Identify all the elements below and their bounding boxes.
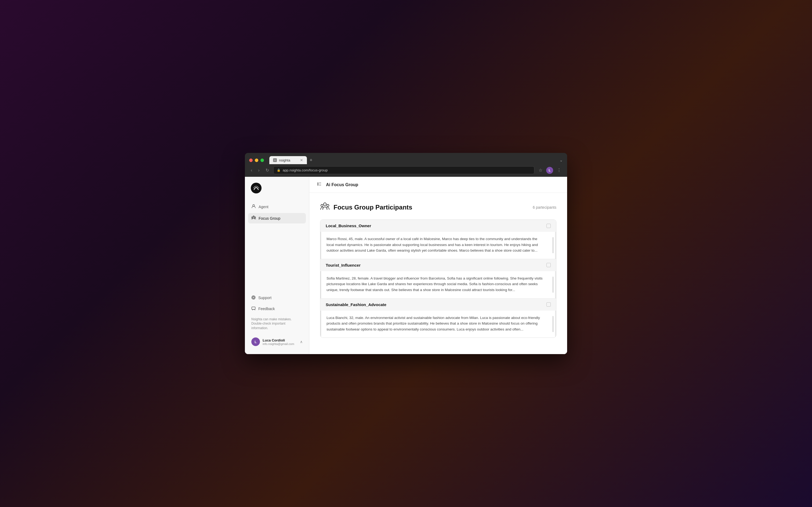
url-text: app.nsighta.com/focus-group [283,168,328,172]
participant-2-header[interactable]: Tourist_Influencer [320,259,556,271]
back-button[interactable]: ‹ [249,167,254,174]
scroll-indicator [553,237,553,253]
menu-button[interactable]: ⋮ [555,167,563,174]
tab-close-icon[interactable]: ✕ [300,158,303,162]
svg-point-17 [323,203,326,206]
svg-point-3 [253,216,254,217]
user-avatar: L [251,337,260,346]
lock-icon: 🔒 [277,168,281,172]
user-chevron-icon: ∧ [300,340,303,344]
minimize-button[interactable] [255,159,258,162]
user-email: info.nsighta@gmail.com [263,342,297,345]
sidebar-user[interactable]: L Luca Cordioli info.nsighta@gmail.com ∧ [248,335,306,349]
sidebar-item-focus-group-label: Focus Group [259,216,280,221]
bookmark-button[interactable]: ☆ [537,167,544,174]
participant-2-name: Tourist_Influencer [326,263,361,268]
svg-rect-16 [319,185,321,186]
user-name: Luca Cordioli [263,338,297,342]
svg-point-19 [327,205,329,207]
svg-rect-12 [252,307,255,309]
active-tab[interactable]: n nsighta ✕ [269,156,307,164]
participant-1-checkbox[interactable] [547,224,551,228]
svg-rect-14 [319,182,321,183]
sidebar-item-feedback[interactable]: Feedback [248,304,306,314]
svg-point-18 [321,205,323,207]
participant-2-description: Sofia Martinez, 28, female. A travel blo… [326,276,551,293]
participant-2-body: Sofia Martinez, 28, female. A travel blo… [320,271,556,298]
participants-list: Local_Business_Owner Marco Rossi, 45, ma… [320,219,556,338]
participant-3-body: Luca Bianchi, 32, male. An environmental… [320,311,556,338]
svg-rect-15 [319,184,321,184]
sidebar-item-focus-group[interactable]: Focus Group [248,213,306,223]
sidebar-item-agent-label: Agent [259,205,268,209]
browser-toolbar: ‹ › ↻ 🔒 app.nsighta.com/focus-group ☆ L … [245,164,567,177]
sidebar-toggle-button[interactable] [316,180,323,189]
svg-point-4 [252,217,253,218]
address-bar[interactable]: 🔒 app.nsighta.com/focus-group [273,166,535,174]
scroll-indicator [553,316,553,332]
participant-1-name: Local_Business_Owner [326,223,371,228]
main-content: Ai Focus Group [309,177,567,354]
scroll-indicator [553,277,553,293]
new-tab-button[interactable]: + [307,156,315,164]
sidebar-item-agent[interactable]: Agent [248,202,306,212]
maximize-button[interactable] [260,159,264,162]
section-title: Focus Group Participants [334,204,412,211]
sidebar-bottom: Support Feedback Nsighta can make mistak… [245,293,309,349]
browser-chevron-icon[interactable]: ⌄ [560,158,563,162]
toolbar-actions: ☆ L ⋮ [537,167,563,174]
refresh-button[interactable]: ↻ [264,167,271,174]
svg-rect-13 [317,182,318,186]
close-button[interactable] [249,159,253,162]
feedback-icon [251,306,256,312]
tab-bar: n nsighta ✕ + [269,156,556,164]
participant-2-checkbox[interactable] [547,263,551,267]
participant-card: Local_Business_Owner Marco Rossi, 45, ma… [320,220,556,259]
participants-icon [320,202,330,213]
svg-point-6 [252,296,255,299]
svg-point-2 [253,205,254,205]
support-icon [251,295,256,300]
participant-3-name: Sustainable_Fashion_Advocate [326,302,387,307]
main-header: Ai Focus Group [309,177,567,193]
svg-point-5 [255,217,256,218]
participant-card: Sustainable_Fashion_Advocate Luca Bianch… [320,298,556,338]
sidebar-disclaimer: Nsighta can make mistakes. Double-check … [248,315,306,333]
section-title-group: Focus Group Participants [320,202,412,213]
section-header: Focus Group Participants 6 partecipants [320,202,556,213]
user-avatar-toolbar[interactable]: L [546,167,553,174]
svg-point-7 [253,297,254,298]
content-area[interactable]: Focus Group Participants 6 partecipants … [309,193,567,354]
browser-window: n nsighta ✕ + ⌄ ‹ › ↻ 🔒 app.nsighta.com/… [245,153,567,354]
sidebar-nav: Agent Focus Group [245,202,309,293]
svg-point-0 [251,183,261,193]
participant-1-description: Marco Rossi, 45, male. A successful owne… [326,236,551,253]
app-container: Agent Focus Group [245,177,567,354]
sidebar: Agent Focus Group [245,177,309,354]
sidebar-logo [245,182,309,202]
page-title: Ai Focus Group [326,182,358,187]
browser-titlebar: n nsighta ✕ + ⌄ [245,153,567,164]
tab-favicon: n [273,158,277,162]
logo-icon [250,182,262,194]
participant-3-header[interactable]: Sustainable_Fashion_Advocate [320,298,556,311]
participants-count: 6 partecipants [533,205,556,210]
user-info: Luca Cordioli info.nsighta@gmail.com [263,338,297,345]
forward-button[interactable]: › [256,167,261,174]
participant-1-header[interactable]: Local_Business_Owner [320,220,556,232]
participant-1-body: Marco Rossi, 45, male. A successful owne… [320,232,556,259]
participant-card: Tourist_Influencer Sofia Martinez, 28, f… [320,259,556,298]
agent-icon [251,204,256,210]
participant-3-checkbox[interactable] [547,302,551,306]
sidebar-item-support-label: Support [258,296,271,300]
sidebar-item-feedback-label: Feedback [258,306,275,311]
participant-3-description: Luca Bianchi, 32, male. An environmental… [326,315,551,332]
tab-title: nsighta [279,158,290,162]
window-controls [249,159,264,162]
sidebar-item-support[interactable]: Support [248,293,306,303]
focus-group-icon [251,215,256,221]
